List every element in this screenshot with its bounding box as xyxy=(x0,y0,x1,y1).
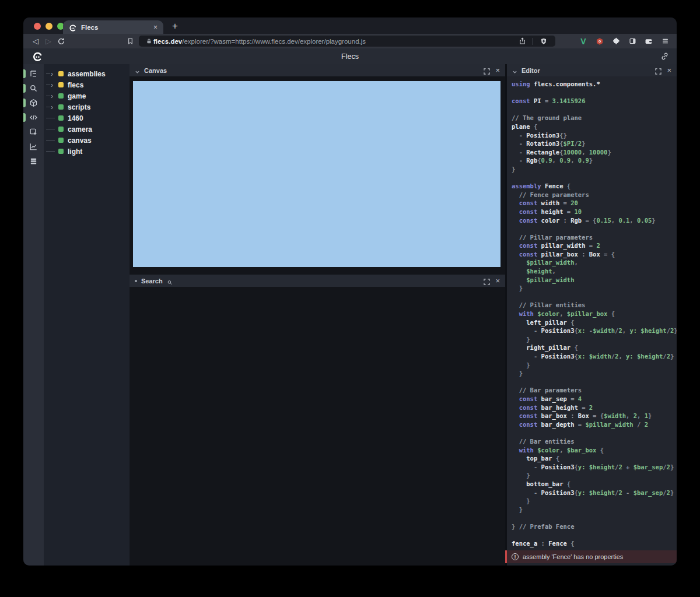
tree-item-label: light xyxy=(68,148,82,156)
tree-connector xyxy=(46,129,55,129)
desktop: Flecs × + ◁ ▷ flecs.dev/explorer/?wasm=h… xyxy=(0,0,700,597)
minimize-window-button[interactable] xyxy=(46,23,52,30)
3d-viewport[interactable] xyxy=(133,81,501,267)
sidebar-button-cube[interactable] xyxy=(23,96,44,110)
sidebar-button-code[interactable] xyxy=(23,110,44,125)
code-line: const bar_sep = 4 xyxy=(512,395,676,403)
tree-item-1460[interactable]: 1460 xyxy=(44,113,130,124)
sidebar-button-tree-view[interactable] xyxy=(23,66,44,81)
traffic-lights xyxy=(34,23,64,30)
tree-item-label: camera xyxy=(68,125,92,134)
fullscreen-icon[interactable] xyxy=(484,67,490,73)
code-line: const pillar_width = 2 xyxy=(512,241,676,250)
url-bar[interactable]: flecs.dev/explorer/?wasm=https://www.fle… xyxy=(139,36,555,47)
close-window-button[interactable] xyxy=(34,23,41,30)
tree-item-canvas[interactable]: canvas xyxy=(44,135,130,146)
tab-sidebar-icon[interactable] xyxy=(626,37,638,45)
chevron-right-icon[interactable]: › xyxy=(51,82,53,89)
tree-item-light[interactable]: light xyxy=(44,146,130,157)
browser-tab-flecs[interactable]: Flecs × xyxy=(63,20,163,34)
browser-window: Flecs × + ◁ ▷ flecs.dev/explorer/?wasm=h… xyxy=(23,17,677,566)
extensions-puzzle-icon[interactable] xyxy=(610,37,622,45)
entity-color-square xyxy=(58,149,64,154)
code-editor[interactable]: using flecs.components.* const PI = 3.14… xyxy=(507,76,677,550)
code-line: // Pillar parameters xyxy=(512,233,676,242)
reload-button[interactable] xyxy=(55,37,68,45)
code-line xyxy=(512,89,676,97)
close-panel-icon[interactable]: × xyxy=(667,66,671,74)
editor-column: Editor × using flecs.components.* const … xyxy=(505,64,677,566)
code-line: const bar_height = 2 xyxy=(512,403,676,412)
code-line: // Pillar entities xyxy=(512,301,676,310)
code-line: - Position3{y: $height/2 - $bar_sep/2} xyxy=(512,489,676,497)
code-line: $height, xyxy=(512,267,676,276)
tree-item-flecs[interactable]: ›flecs xyxy=(44,79,130,90)
cube-icon xyxy=(29,99,38,107)
search-panel-title: Search xyxy=(141,278,163,285)
tree-item-label: 1460 xyxy=(68,114,83,122)
tree-item-scripts[interactable]: ›scripts xyxy=(44,101,130,113)
code-line: } xyxy=(512,471,676,480)
sidebar-button-inspector[interactable] xyxy=(23,125,44,139)
code-line: - Rgb{0.9, 0.9, 0.9} xyxy=(512,156,676,165)
left-icon-strip xyxy=(23,64,44,566)
entity-color-square xyxy=(58,138,64,143)
code-line: const bar_box : Box = {$width, 2, 1} xyxy=(512,412,676,420)
code-line: } xyxy=(512,361,676,370)
collapsed-dot-icon[interactable] xyxy=(135,280,137,282)
sidebar-button-chart[interactable] xyxy=(23,139,44,154)
editor-panel-title: Editor xyxy=(522,67,540,74)
search-panel-header: Search × xyxy=(130,275,505,287)
code-line: const width = 20 xyxy=(512,199,676,208)
rows-icon xyxy=(29,157,38,166)
bookmark-icon[interactable] xyxy=(124,37,136,45)
tree-item-assemblies[interactable]: ›assemblies xyxy=(44,68,130,79)
menu-icon[interactable] xyxy=(659,37,671,45)
code-line: const height = 10 xyxy=(512,208,676,216)
chevron-right-icon[interactable]: › xyxy=(51,104,53,111)
code-line xyxy=(512,378,676,387)
tree-view-icon xyxy=(29,69,38,78)
lock-icon xyxy=(144,38,153,44)
chevron-right-icon[interactable]: › xyxy=(51,71,53,78)
editor-error-bar: ! assembly 'Fence' has no properties xyxy=(505,550,677,563)
code-line: assembly Fence { xyxy=(512,182,676,191)
share-link-icon[interactable] xyxy=(660,52,669,61)
adblock-icon[interactable] xyxy=(594,37,606,45)
fullscreen-icon[interactable] xyxy=(484,278,490,284)
entity-color-square xyxy=(58,115,64,121)
code-line: - Rotation3{$PI/2} xyxy=(512,139,676,148)
entity-color-square xyxy=(58,93,64,99)
sidebar-button-search[interactable] xyxy=(23,81,44,96)
back-button[interactable]: ◁ xyxy=(29,37,42,45)
tree-item-label: flecs xyxy=(68,81,83,89)
code-line: left_pillar { xyxy=(512,318,676,327)
sidebar-button-rows[interactable] xyxy=(23,154,44,168)
wallet-icon[interactable] xyxy=(643,37,654,45)
share-icon[interactable] xyxy=(516,37,528,45)
new-tab-button[interactable]: + xyxy=(168,19,182,33)
search-panel-body[interactable] xyxy=(130,287,505,566)
code-line: with $color, $pillar_box { xyxy=(512,310,676,318)
close-panel-icon[interactable]: × xyxy=(495,66,500,74)
close-panel-icon[interactable]: × xyxy=(495,277,500,285)
browser-toolbar: ◁ ▷ flecs.dev/explorer/?wasm=https://www… xyxy=(23,34,677,48)
code-line: plane { xyxy=(512,122,676,131)
code-line: } xyxy=(512,497,676,505)
vue-devtools-icon[interactable]: V xyxy=(578,37,589,46)
collapse-chevron-icon[interactable] xyxy=(512,68,517,73)
entity-tree: ›assemblies›flecs›game›scripts1460camera… xyxy=(44,64,130,566)
entity-color-square xyxy=(58,82,64,87)
code-line: - Position3{y: $height/2 + $bar_sep/2} xyxy=(512,463,676,472)
brave-shield-icon[interactable] xyxy=(537,38,550,45)
tab-close-icon[interactable]: × xyxy=(153,24,158,31)
forward-button[interactable]: ▷ xyxy=(42,37,55,45)
chevron-right-icon[interactable]: › xyxy=(51,93,53,100)
code-line: using flecs.components.* xyxy=(512,80,676,89)
fullscreen-icon[interactable] xyxy=(655,67,662,73)
search-icon xyxy=(167,278,173,284)
collapse-chevron-icon[interactable] xyxy=(135,68,140,73)
tree-item-camera[interactable]: camera xyxy=(44,124,130,135)
tree-item-game[interactable]: ›game xyxy=(44,90,130,101)
tree-item-label: canvas xyxy=(68,136,92,145)
